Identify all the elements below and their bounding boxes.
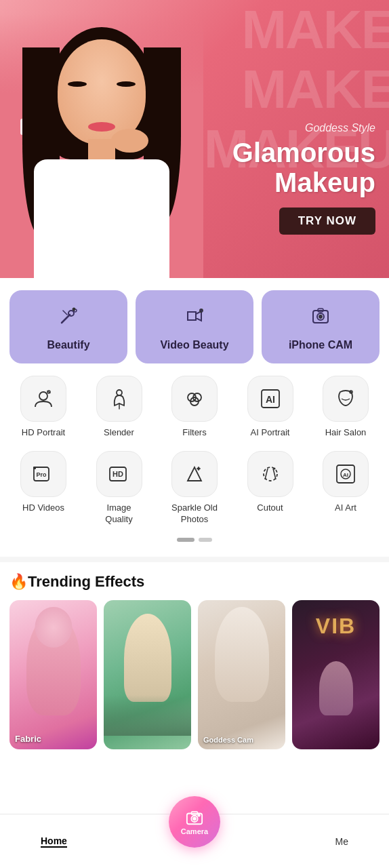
hair-salon-icon [323,376,369,422]
iphone-cam-icon [310,305,331,332]
page-indicator [9,538,380,542]
banner-subtitle: Goddess Style [232,122,375,134]
feature-ai-portrait[interactable]: AI AI Portrait [237,376,304,439]
hd-videos-label: HD Videos [22,502,64,514]
feature-iphone-cam[interactable]: iPhone CAM [262,290,380,363]
svg-point-30 [273,467,275,469]
image-quality-icon: HD [96,451,142,497]
feature-beautify[interactable]: Beautify [9,290,127,363]
trending-section: 🔥Trending Effects Fabric Goddess Cam VIB [0,562,389,817]
svg-point-9 [319,315,322,318]
svg-text:HD: HD [112,470,123,478]
svg-line-3 [63,311,67,315]
banner-woman-image [0,14,203,278]
svg-point-13 [117,390,122,395]
banner-text-area: Goddess Style GlamorousMakeup TRY NOW [232,122,375,235]
hd-portrait-icon [20,376,66,422]
feature-cutout[interactable]: Cutout [237,451,304,526]
beautify-icon [58,305,79,332]
ai-portrait-label: AI Portrait [251,427,290,439]
feature-hd-portrait[interactable]: HD Portrait [9,376,77,439]
features-top-row: Beautify Video Beauty [9,290,380,363]
svg-text:Pro: Pro [36,471,47,478]
svg-point-38 [198,814,200,816]
slender-icon [96,376,142,422]
trending-label-goddess: Goddess Cam [203,736,253,744]
page-dot-1[interactable] [177,538,194,542]
slender-label: Slender [104,427,134,439]
trending-card-outdoor[interactable] [104,600,191,749]
nav-me-label: Me [335,836,348,847]
hd-portrait-label: HD Portrait [22,427,65,439]
camera-fab-label: Camera [181,827,208,835]
trending-title: 🔥Trending Effects [9,573,380,591]
video-beauty-icon [184,305,205,332]
feature-ai-art[interactable]: AI AI Art [312,451,380,526]
hair-salon-label: Hair Salon [325,427,367,439]
svg-point-1 [68,311,74,316]
svg-rect-23 [33,467,36,469]
trending-card-fabric[interactable]: Fabric [9,600,97,749]
feature-video-beauty[interactable]: Video Beauty [136,290,253,363]
trending-label-fabric: Fabric [15,734,41,744]
ai-portrait-icon: AI [247,376,293,422]
trending-grid: Fabric Goddess Cam VIB [9,600,380,749]
svg-text:AI: AI [266,394,275,405]
nav-home-label: Home [41,835,67,848]
camera-fab[interactable]: Camera [169,796,220,848]
sparkle-old-icon [171,451,218,497]
banner-title: GlamorousMakeup [232,138,375,197]
features-section: Beautify Video Beauty [0,278,389,557]
beautify-label: Beautify [47,339,89,351]
cutout-label: Cutout [257,502,283,514]
feature-filters[interactable]: Filters [161,376,228,439]
feature-sparkle-old[interactable]: Sparkle OldPhotos [161,451,228,526]
features-row-2: Pro HD Videos HD ImageQuality [9,451,380,526]
try-now-button[interactable]: TRY NOW [279,208,375,235]
nav-home[interactable]: Home [41,835,67,848]
nav-me[interactable]: Me [335,836,348,847]
feature-image-quality[interactable]: HD ImageQuality [85,451,153,526]
sparkle-old-label: Sparkle OldPhotos [171,502,218,526]
hd-videos-icon: Pro [20,451,66,497]
trending-card-goddess[interactable]: Goddess Cam [198,600,285,749]
page-dot-2[interactable] [199,538,212,542]
iphone-cam-label: iPhone CAM [289,339,352,351]
cutout-icon [247,451,293,497]
hero-banner: MAKEMAKEMAKEU AFTER Godde [0,0,389,278]
trending-card-vibe[interactable]: VIB [292,600,380,749]
image-quality-label: ImageQuality [105,502,132,526]
ai-art-label: AI Art [335,502,356,514]
svg-line-0 [62,315,70,323]
svg-point-4 [73,309,75,311]
svg-point-11 [39,392,47,400]
video-beauty-label: Video Beauty [160,339,228,351]
ai-art-icon: AI [323,451,369,497]
filters-label: Filters [182,427,206,439]
filters-icon [171,376,218,422]
svg-text:AI: AI [343,472,348,478]
feature-hair-salon[interactable]: Hair Salon [312,376,380,439]
svg-point-36 [193,817,196,820]
camera-fab-icon [186,809,203,827]
feature-slender[interactable]: Slender [85,376,153,439]
feature-hd-videos[interactable]: Pro HD Videos [9,451,77,526]
features-row-1: HD Portrait Slender Filters [9,376,380,439]
